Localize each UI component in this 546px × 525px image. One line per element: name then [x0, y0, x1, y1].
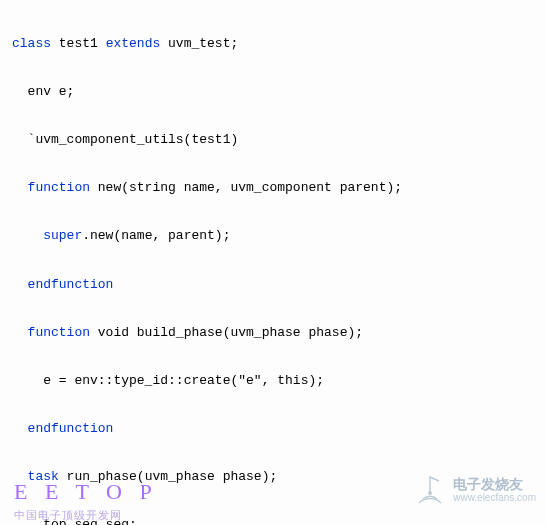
- code-line: endfunction: [12, 273, 534, 297]
- code-line: class test1 extends uvm_test;: [12, 32, 534, 56]
- code-text: void build_phase(uvm_phase phase);: [90, 325, 363, 340]
- code-text: .new(name, parent);: [82, 228, 230, 243]
- elecfans-watermark: 电子发烧友 www.elecfans.com: [413, 473, 536, 507]
- code-text: uvm_test;: [160, 36, 238, 51]
- keyword-super: super: [43, 228, 82, 243]
- watermark-text: 电子发烧友 www.elecfans.com: [453, 477, 536, 503]
- keyword-function: function: [28, 325, 90, 340]
- keyword-extends: extends: [106, 36, 161, 51]
- keyword-function: function: [28, 180, 90, 195]
- code-text: new(string name, uvm_component parent);: [90, 180, 402, 195]
- eetop-subtitle: 中国电子顶级开发网: [14, 505, 122, 525]
- code-line: env e;: [12, 80, 534, 104]
- signal-icon: [413, 473, 447, 507]
- code-text: run_phase(uvm_phase phase);: [59, 469, 277, 484]
- code-line: e = env::type_id::create("e", this);: [12, 369, 534, 393]
- svg-point-0: [428, 491, 432, 495]
- watermark-url: www.elecfans.com: [453, 492, 536, 503]
- code-line: function void build_phase(uvm_phase phas…: [12, 321, 534, 345]
- code-text: test1: [51, 36, 106, 51]
- watermark-chinese: 电子发烧友: [453, 477, 536, 492]
- keyword-class: class: [12, 36, 51, 51]
- code-line: function new(string name, uvm_component …: [12, 176, 534, 200]
- code-block: class test1 extends uvm_test; env e; `uv…: [0, 0, 546, 525]
- code-line: `uvm_component_utils(test1): [12, 128, 534, 152]
- code-line: super.new(name, parent);: [12, 224, 534, 248]
- code-line: endfunction: [12, 417, 534, 441]
- keyword-task: task: [28, 469, 59, 484]
